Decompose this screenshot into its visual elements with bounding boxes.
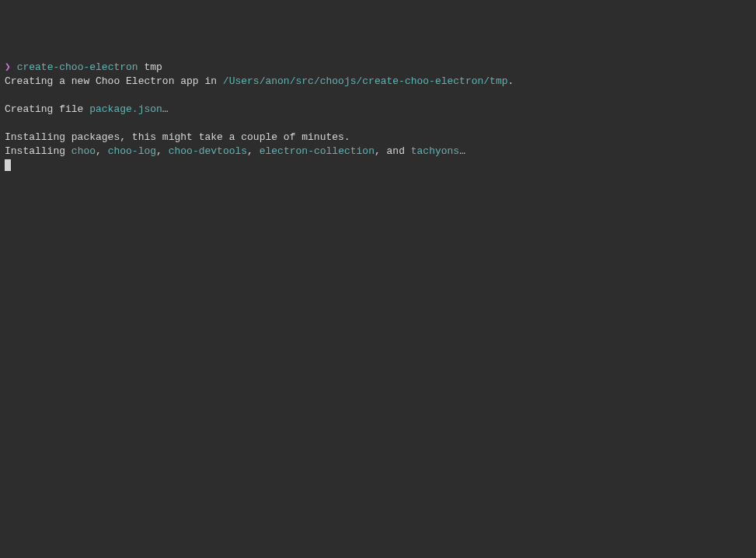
path-segment: /Users/anon/src/choojs/create-choo-elect… — [223, 75, 508, 87]
package-name: tachyons — [411, 145, 459, 157]
output-line-installing-msg: Installing packages, this might take a c… — [5, 131, 751, 145]
blank-line — [5, 89, 751, 103]
package-name: choo — [71, 145, 96, 157]
output-line-installing-pkgs: Installing choo, choo-log, choo-devtools… — [5, 145, 751, 159]
text-segment: , — [247, 145, 260, 157]
command-arg: tmp — [144, 61, 162, 73]
package-name: electron-collection — [260, 145, 375, 157]
terminal-output[interactable]: ❯ create-choo-electron tmpCreating a new… — [5, 61, 751, 173]
prompt-symbol: ❯ — [5, 61, 11, 73]
package-name: choo-devtools — [169, 145, 247, 157]
text-segment: … — [459, 145, 465, 157]
text-segment: Installing — [5, 145, 71, 157]
text-segment: , — [96, 145, 108, 157]
text-segment: Installing packages, this might take a c… — [5, 131, 350, 143]
text-segment: , — [156, 145, 169, 157]
output-line-creating-app: Creating a new Choo Electron app in /Use… — [5, 75, 751, 89]
output-line-creating-file: Creating file package.json… — [5, 103, 751, 117]
cursor-icon — [5, 159, 11, 171]
command-name: create-choo-electron — [17, 61, 138, 73]
cursor-line — [5, 159, 751, 173]
blank-line — [5, 117, 751, 131]
file-name: package.json — [89, 103, 162, 115]
text-segment: Creating a new Choo Electron app in — [5, 75, 223, 87]
text-segment: Creating file — [5, 103, 89, 115]
package-name: choo-log — [108, 145, 156, 157]
text-segment: , and — [375, 145, 411, 157]
text-segment: . — [508, 75, 514, 87]
text-segment: … — [162, 103, 169, 115]
command-line: ❯ create-choo-electron tmp — [5, 61, 751, 75]
